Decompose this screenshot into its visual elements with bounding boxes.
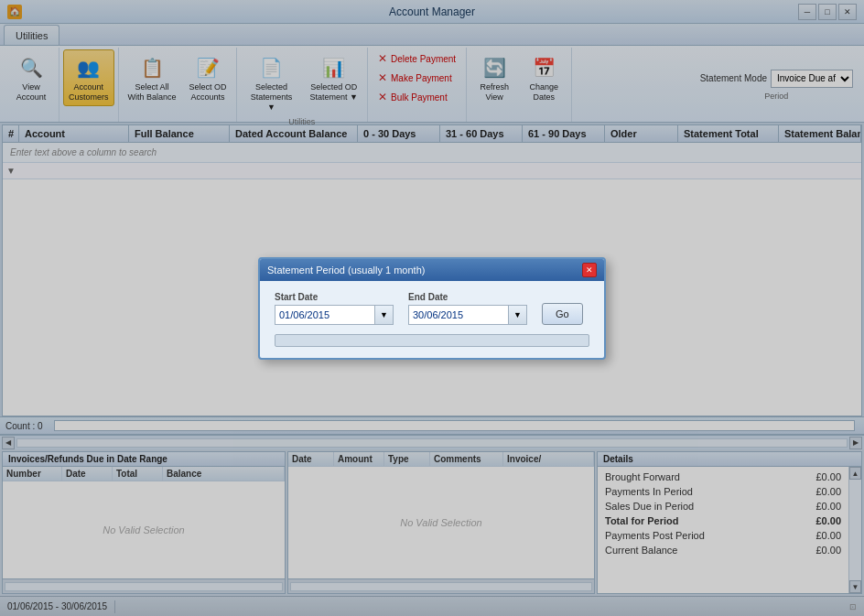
start-date-input[interactable] xyxy=(275,305,375,325)
modal-title: Statement Period (usually 1 month) xyxy=(267,265,425,276)
end-date-input[interactable] xyxy=(408,305,509,325)
modal-progress-bar xyxy=(275,334,589,347)
modal-overlay: Statement Period (usually 1 month) ✕ Sta… xyxy=(0,0,864,616)
modal-body: Start Date ▼ End Date ▼ Go xyxy=(260,281,604,358)
end-date-label: End Date xyxy=(408,292,527,302)
modal-title-bar: Statement Period (usually 1 month) ✕ xyxy=(260,259,604,281)
start-date-label: Start Date xyxy=(275,292,394,302)
modal-date-fields: Start Date ▼ End Date ▼ Go xyxy=(275,292,589,325)
modal-close-button[interactable]: ✕ xyxy=(582,263,597,277)
statement-period-modal: Statement Period (usually 1 month) ✕ Sta… xyxy=(258,257,606,360)
modal-start-date-field: Start Date ▼ xyxy=(275,292,394,325)
end-date-picker-button[interactable]: ▼ xyxy=(509,305,527,325)
start-date-picker-button[interactable]: ▼ xyxy=(375,305,394,325)
go-button[interactable]: Go xyxy=(542,303,583,325)
modal-end-date-field: End Date ▼ xyxy=(408,292,527,325)
